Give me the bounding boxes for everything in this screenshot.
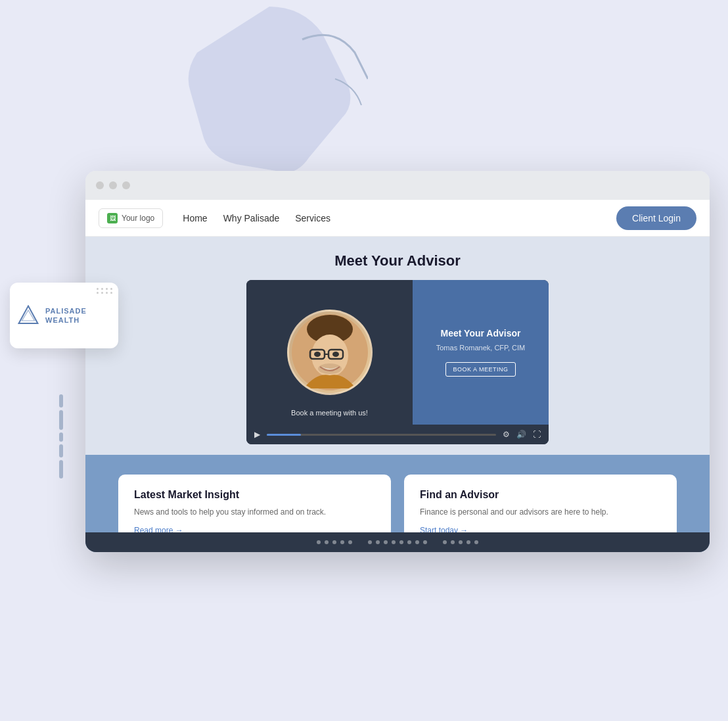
- market-insight-title: Latest Market Insight: [134, 489, 375, 501]
- find-advisor-desc: Finance is personal and our advisors are…: [420, 506, 661, 518]
- bottom-dot-14: [443, 540, 447, 544]
- video-controls: ▶ ⚙ 🔊 ⛶: [246, 425, 549, 444]
- bottom-dot-6: [368, 540, 372, 544]
- market-insight-desc: News and tools to help you stay informed…: [134, 506, 375, 518]
- bottom-dot-12: [415, 540, 419, 544]
- video-left-panel: Book a meeting with us!: [246, 280, 413, 425]
- browser-content: 🖼 Your logo Home Why Palisade Services C…: [85, 200, 710, 552]
- left-decoration: [59, 394, 63, 478]
- nav-services[interactable]: Services: [295, 213, 330, 223]
- client-login-button[interactable]: Client Login: [616, 206, 696, 230]
- video-progress-fill: [267, 434, 301, 436]
- book-meeting-button[interactable]: BOOK A MEETING: [445, 362, 515, 377]
- nav-why-palisade[interactable]: Why Palisade: [223, 213, 280, 223]
- settings-icon[interactable]: ⚙: [503, 430, 510, 439]
- nav-home[interactable]: Home: [183, 213, 207, 223]
- svg-point-6: [314, 352, 321, 357]
- brand-logo-icon: [18, 305, 39, 326]
- video-main: Book a meeting with us! Meet Your Adviso…: [246, 280, 549, 425]
- svg-point-7: [332, 352, 339, 357]
- bottom-dot-3: [332, 540, 336, 544]
- bottom-dot-11: [407, 540, 411, 544]
- bottom-dot-5: [348, 540, 352, 544]
- bottom-dot-10: [399, 540, 403, 544]
- hero-title: Meet Your Advisor: [99, 252, 696, 269]
- navbar: 🖼 Your logo Home Why Palisade Services C…: [85, 200, 710, 237]
- logo-text: Your logo: [122, 214, 154, 223]
- window-minimize-btn[interactable]: [109, 181, 117, 189]
- bottom-dot-2: [325, 540, 329, 544]
- bottom-dot-1: [317, 540, 321, 544]
- browser-window: 🖼 Your logo Home Why Palisade Services C…: [85, 171, 710, 552]
- hero-section: Meet Your Advisor: [85, 237, 710, 455]
- bottom-dot-18: [474, 540, 478, 544]
- bottom-dot-15: [451, 540, 455, 544]
- video-progress-bar[interactable]: [267, 434, 496, 436]
- bottom-dot-7: [376, 540, 380, 544]
- window-maximize-btn[interactable]: [122, 181, 130, 189]
- video-advisor-name: Tomas Romanek, CFP, CIM: [436, 344, 526, 352]
- nav-links: Home Why Palisade Services: [183, 213, 616, 223]
- logo-placeholder: 🖼 Your logo: [99, 208, 163, 228]
- video-book-text: Book a meeting with us!: [246, 409, 413, 417]
- fullscreen-icon[interactable]: ⛶: [533, 430, 541, 439]
- bottom-dot-13: [423, 540, 427, 544]
- window-close-btn[interactable]: [96, 181, 104, 189]
- deco-shape: [171, 0, 368, 187]
- find-advisor-title: Find an Advisor: [420, 489, 661, 501]
- logo-icon: 🖼: [107, 213, 118, 223]
- browser-chrome: [85, 171, 710, 200]
- video-container: Book a meeting with us! Meet Your Adviso…: [246, 280, 549, 444]
- video-right-panel: Meet Your Advisor Tomas Romanek, CFP, CI…: [413, 280, 549, 425]
- brand-card-dots: [97, 288, 113, 294]
- brand-name: pALISADE WEALTH: [45, 306, 110, 325]
- bottom-dot-9: [392, 540, 396, 544]
- bottom-dot-4: [340, 540, 344, 544]
- bottom-dot-16: [459, 540, 463, 544]
- svg-point-8: [318, 363, 342, 374]
- advisor-photo: [287, 310, 373, 395]
- browser-bottom-bar: [85, 532, 710, 552]
- volume-icon[interactable]: 🔊: [516, 430, 526, 439]
- brand-card: pALISADE WEALTH: [10, 283, 118, 348]
- bottom-dot-8: [384, 540, 388, 544]
- bottom-dot-17: [466, 540, 470, 544]
- video-advisor-title: Meet Your Advisor: [441, 328, 521, 338]
- play-icon[interactable]: ▶: [254, 430, 260, 439]
